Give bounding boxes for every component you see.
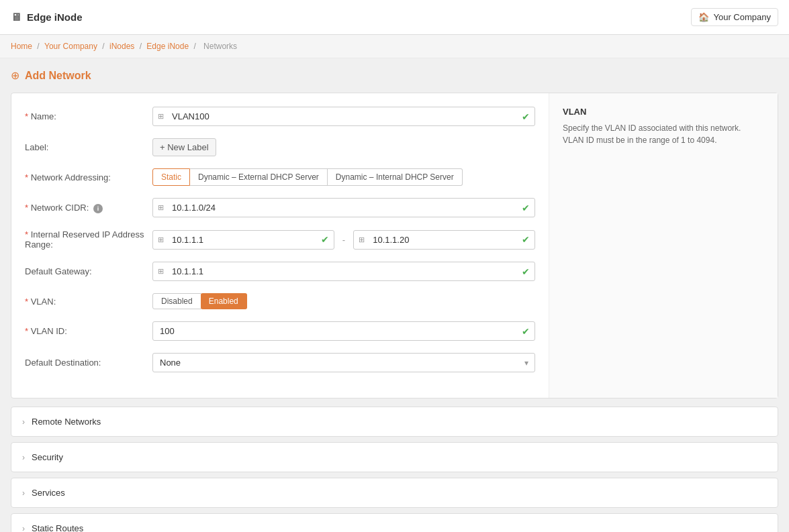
vlan-id-label: VLAN ID: [25,326,152,336]
vlan-toggle-wrap: Disabled Enabled [152,293,535,309]
network-addressing-row: Network Addressing: Static Dynamic – Ext… [25,168,535,186]
dynamic-external-option[interactable]: Dynamic – External DHCP Server [190,168,328,186]
breadcrumb: Home / Your Company / iNodes / Edge iNod… [0,35,789,58]
page-title-row: ⊕ Add Network [11,69,778,82]
gateway-ok-icon: ✔ [522,266,530,277]
services-chevron: › [22,488,25,498]
help-text: Specify the VLAN ID associated with this… [563,122,764,146]
accordion-static-routes-header[interactable]: › Static Routes [11,514,778,532]
network-cidr-label: Network CIDR: i [25,203,152,213]
network-addressing-label: Network Addressing: [25,172,152,182]
vlan-disabled[interactable]: Disabled [152,293,201,309]
accordion-remote-networks-header[interactable]: › Remote Networks [11,407,778,436]
vlan-id-row: VLAN ID: ✔ [25,321,535,341]
company-name: Your Company [713,12,771,22]
breadcrumb-home[interactable]: Home [11,42,32,51]
default-dest-wrap: None [152,353,535,372]
ip-range-start[interactable] [152,230,334,250]
default-dest-select[interactable]: None [152,353,535,372]
breadcrumb-edge-inode[interactable]: Edge iNode [146,42,189,51]
breadcrumb-sep1: / [37,42,42,51]
vlan-row: VLAN: Disabled Enabled [25,293,535,309]
addressing-toggle-group: Static Dynamic – External DHCP Server Dy… [152,168,535,186]
cidr-info-icon[interactable]: i [93,204,103,213]
add-network-icon: ⊕ [11,69,19,82]
static-routes-label: Static Routes [32,523,83,532]
new-label-button[interactable]: + New Label [152,138,216,156]
breadcrumb-sep3: / [140,42,144,51]
ip-range-end[interactable] [353,230,535,250]
range-dash: - [340,235,348,245]
default-dest-select-wrapper: None [152,353,535,372]
cidr-field-icon: ⊞ [158,203,164,212]
name-input[interactable] [152,107,535,126]
help-title: VLAN [563,107,764,117]
name-ok-icon: ✔ [522,111,530,122]
label-row: Label: + New Label [25,138,535,156]
vlan-id-field-wrap: ✔ [152,321,535,341]
range-end-icon: ⊞ [359,235,365,244]
security-chevron: › [22,453,25,462]
remote-networks-label: Remote Networks [32,417,101,427]
remote-networks-chevron: › [22,417,25,427]
vlan-id-ok-icon: ✔ [522,326,530,337]
breadcrumb-sep2: / [102,42,107,51]
ip-range-wrap: ⊞ ✔ - ⊞ ✔ [152,230,535,250]
brand: 🖥 Edge iNode [11,11,83,23]
brand-label: Edge iNode [27,11,83,23]
services-label: Services [32,488,65,498]
security-label: Security [32,452,63,462]
company-icon: 🏠 [698,12,709,22]
vlan-id-input-wrapper: ✔ [152,321,535,341]
default-gateway-label: Default Gateway: [25,266,152,276]
name-field-icon: ⊞ [158,112,164,121]
ip-range-start-wrapper: ⊞ ✔ [152,230,334,250]
vlan-toggle-group: Disabled Enabled [152,293,535,309]
vlan-enabled[interactable]: Enabled [201,293,247,309]
cidr-ok-icon: ✔ [522,203,530,213]
range-end-ok: ✔ [522,234,530,245]
form-fields: Name: ⊞ ✔ Label: + New Label Networ [11,93,549,398]
network-addressing-wrap: Static Dynamic – External DHCP Server Dy… [152,168,535,186]
label-field-wrap: + New Label [152,138,535,156]
default-gateway-row: Default Gateway: ⊞ ✔ [25,262,535,281]
accordion-remote-networks: › Remote Networks [11,407,778,437]
ip-range-end-wrapper: ⊞ ✔ [353,230,535,250]
range-start-ok: ✔ [321,234,329,245]
accordion-static-routes: › Static Routes [11,513,778,532]
accordion-services-header[interactable]: › Services [11,478,778,507]
vlan-label: VLAN: [25,297,152,307]
ip-range-label: Internal Reserved IP Address Range: [25,229,152,250]
page-title: Add Network [25,70,91,82]
accordion-security: › Security [11,442,778,472]
inode-icon: 🖥 [11,11,21,23]
breadcrumb-networks: Networks [203,42,237,51]
ip-range-row: Internal Reserved IP Address Range: ⊞ ✔ … [25,229,535,250]
accordion-security-header[interactable]: › Security [11,443,778,472]
gateway-field-wrap: ⊞ ✔ [152,262,535,281]
static-option[interactable]: Static [152,168,190,186]
breadcrumb-sep4: / [193,42,198,51]
main-content: ⊕ Add Network Name: ⊞ ✔ Label: [0,58,789,532]
label-label: Label: [25,142,152,152]
name-field-wrap: ⊞ ✔ [152,107,535,126]
breadcrumb-inodes[interactable]: iNodes [109,42,134,51]
gateway-field-icon: ⊞ [158,267,164,276]
static-routes-chevron: › [22,524,25,533]
network-cidr-row: Network CIDR: i ⊞ ✔ [25,198,535,217]
gateway-input[interactable] [152,262,535,281]
cidr-input[interactable] [152,198,535,217]
company-selector[interactable]: 🏠 Your Company [691,8,778,26]
ip-range-fields: ⊞ ✔ - ⊞ ✔ [152,230,535,250]
accordion-services: › Services [11,478,778,508]
range-start-icon: ⊞ [158,235,164,244]
breadcrumb-company[interactable]: Your Company [44,42,97,51]
dynamic-internal-option[interactable]: Dynamic – Internal DHCP Server [328,168,463,186]
name-label: Name: [25,111,152,121]
vlan-id-input[interactable] [152,321,535,341]
cidr-input-wrapper: ⊞ ✔ [152,198,535,217]
name-row: Name: ⊞ ✔ [25,107,535,126]
default-dest-label: Default Destination: [25,358,152,368]
help-panel: VLAN Specify the VLAN ID associated with… [549,93,778,398]
cidr-field-wrap: ⊞ ✔ [152,198,535,217]
